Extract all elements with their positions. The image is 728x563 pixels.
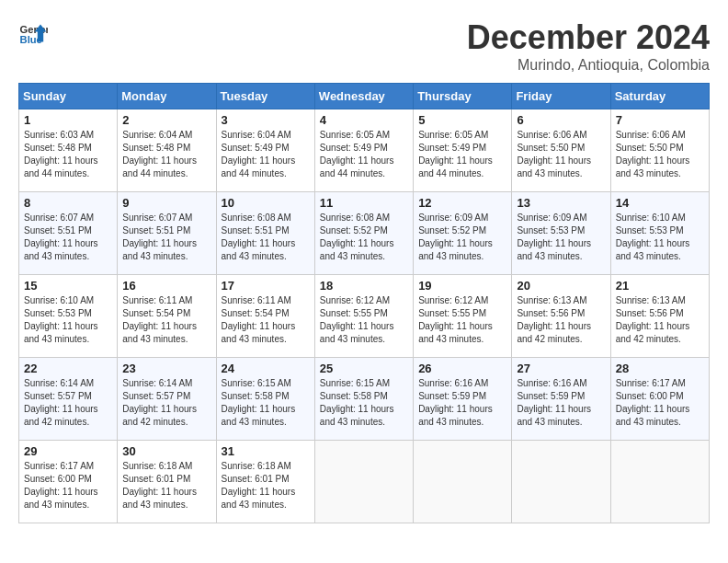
day-info: Sunrise: 6:05 AM Sunset: 5:49 PM Dayligh… [418, 129, 506, 180]
calendar-cell: 29 Sunrise: 6:17 AM Sunset: 6:00 PM Dayl… [19, 441, 118, 523]
day-info: Sunrise: 6:18 AM Sunset: 6:01 PM Dayligh… [122, 460, 210, 511]
calendar-cell [414, 441, 512, 523]
day-number: 2 [122, 113, 210, 127]
calendar-cell: 19 Sunrise: 6:12 AM Sunset: 5:55 PM Dayl… [414, 275, 512, 358]
day-info: Sunrise: 6:15 AM Sunset: 5:58 PM Dayligh… [320, 377, 408, 429]
day-number: 12 [418, 196, 506, 210]
calendar-cell: 28 Sunrise: 6:17 AM Sunset: 6:00 PM Dayl… [610, 358, 709, 441]
day-info: Sunrise: 6:08 AM Sunset: 5:51 PM Dayligh… [222, 212, 310, 263]
day-info: Sunrise: 6:13 AM Sunset: 5:56 PM Dayligh… [616, 294, 704, 346]
day-number: 23 [122, 362, 210, 375]
calendar-day-header: Wednesday [314, 84, 413, 109]
calendar-week-row: 8 Sunrise: 6:07 AM Sunset: 5:51 PM Dayli… [19, 192, 710, 275]
logo-icon: General Blue [18, 18, 48, 48]
day-number: 9 [122, 196, 210, 210]
month-title: December 2024 [467, 18, 710, 57]
day-info: Sunrise: 6:14 AM Sunset: 5:57 PM Dayligh… [122, 377, 210, 429]
day-number: 26 [418, 362, 506, 375]
calendar-cell: 27 Sunrise: 6:16 AM Sunset: 5:59 PM Dayl… [512, 358, 610, 441]
calendar-cell: 30 Sunrise: 6:18 AM Sunset: 6:01 PM Dayl… [118, 441, 216, 523]
location: Murindo, Antioquia, Colombia [467, 57, 710, 74]
calendar-cell: 22 Sunrise: 6:14 AM Sunset: 5:57 PM Dayl… [19, 358, 118, 441]
calendar-cell: 31 Sunrise: 6:18 AM Sunset: 6:01 PM Dayl… [216, 441, 314, 523]
calendar-day-header: Monday [118, 84, 216, 109]
day-number: 13 [517, 196, 605, 210]
day-number: 11 [320, 196, 408, 210]
day-number: 28 [616, 362, 704, 375]
calendar-day-header: Friday [512, 84, 610, 109]
calendar-week-row: 15 Sunrise: 6:10 AM Sunset: 5:53 PM Dayl… [19, 275, 710, 358]
calendar-cell: 13 Sunrise: 6:09 AM Sunset: 5:53 PM Dayl… [512, 192, 610, 275]
day-number: 24 [222, 362, 310, 375]
calendar-cell: 14 Sunrise: 6:10 AM Sunset: 5:53 PM Dayl… [610, 192, 709, 275]
day-number: 1 [24, 113, 112, 127]
calendar-cell: 6 Sunrise: 6:06 AM Sunset: 5:50 PM Dayli… [512, 109, 610, 192]
calendar-cell: 16 Sunrise: 6:11 AM Sunset: 5:54 PM Dayl… [118, 275, 216, 358]
calendar-cell: 26 Sunrise: 6:16 AM Sunset: 5:59 PM Dayl… [414, 358, 512, 441]
day-number: 21 [616, 279, 704, 293]
calendar-day-header: Tuesday [216, 84, 314, 109]
day-info: Sunrise: 6:03 AM Sunset: 5:48 PM Dayligh… [24, 129, 112, 180]
calendar-cell: 23 Sunrise: 6:14 AM Sunset: 5:57 PM Dayl… [118, 358, 216, 441]
day-number: 3 [222, 113, 310, 127]
day-info: Sunrise: 6:04 AM Sunset: 5:48 PM Dayligh… [122, 129, 210, 180]
day-info: Sunrise: 6:16 AM Sunset: 5:59 PM Dayligh… [418, 377, 506, 429]
calendar-day-header: Thursday [414, 84, 512, 109]
day-info: Sunrise: 6:07 AM Sunset: 5:51 PM Dayligh… [122, 212, 210, 263]
calendar-cell: 12 Sunrise: 6:09 AM Sunset: 5:52 PM Dayl… [414, 192, 512, 275]
day-info: Sunrise: 6:05 AM Sunset: 5:49 PM Dayligh… [320, 129, 408, 180]
day-number: 19 [418, 279, 506, 293]
calendar-cell: 18 Sunrise: 6:12 AM Sunset: 5:55 PM Dayl… [314, 275, 413, 358]
day-info: Sunrise: 6:07 AM Sunset: 5:51 PM Dayligh… [24, 212, 112, 263]
calendar-cell: 24 Sunrise: 6:15 AM Sunset: 5:58 PM Dayl… [216, 358, 314, 441]
calendar-cell: 9 Sunrise: 6:07 AM Sunset: 5:51 PM Dayli… [118, 192, 216, 275]
day-number: 4 [320, 113, 408, 127]
day-info: Sunrise: 6:16 AM Sunset: 5:59 PM Dayligh… [517, 377, 605, 429]
day-number: 15 [24, 279, 112, 293]
calendar-cell: 11 Sunrise: 6:08 AM Sunset: 5:52 PM Dayl… [314, 192, 413, 275]
calendar-cell: 3 Sunrise: 6:04 AM Sunset: 5:49 PM Dayli… [216, 109, 314, 192]
day-info: Sunrise: 6:06 AM Sunset: 5:50 PM Dayligh… [517, 129, 605, 180]
calendar-table: SundayMondayTuesdayWednesdayThursdayFrid… [18, 83, 710, 523]
day-info: Sunrise: 6:08 AM Sunset: 5:52 PM Dayligh… [320, 212, 408, 263]
day-number: 18 [320, 279, 408, 293]
day-number: 29 [24, 444, 112, 458]
calendar-cell [610, 441, 709, 523]
day-info: Sunrise: 6:14 AM Sunset: 5:57 PM Dayligh… [24, 377, 112, 429]
calendar-cell [512, 441, 610, 523]
day-number: 8 [24, 196, 112, 210]
calendar-cell: 8 Sunrise: 6:07 AM Sunset: 5:51 PM Dayli… [19, 192, 118, 275]
calendar-cell: 10 Sunrise: 6:08 AM Sunset: 5:51 PM Dayl… [216, 192, 314, 275]
day-info: Sunrise: 6:06 AM Sunset: 5:50 PM Dayligh… [616, 129, 704, 180]
calendar-cell: 5 Sunrise: 6:05 AM Sunset: 5:49 PM Dayli… [414, 109, 512, 192]
day-info: Sunrise: 6:17 AM Sunset: 6:00 PM Dayligh… [616, 377, 704, 429]
calendar-cell: 17 Sunrise: 6:11 AM Sunset: 5:54 PM Dayl… [216, 275, 314, 358]
day-number: 14 [616, 196, 704, 210]
page-header: General Blue December 2024 Murindo, Anti… [18, 18, 710, 74]
day-info: Sunrise: 6:15 AM Sunset: 5:58 PM Dayligh… [222, 377, 310, 429]
day-info: Sunrise: 6:11 AM Sunset: 5:54 PM Dayligh… [122, 294, 210, 346]
day-number: 22 [24, 362, 112, 375]
calendar-week-row: 29 Sunrise: 6:17 AM Sunset: 6:00 PM Dayl… [19, 441, 710, 523]
day-number: 17 [222, 279, 310, 293]
logo: General Blue [18, 18, 51, 48]
day-number: 31 [222, 444, 310, 458]
day-number: 27 [517, 362, 605, 375]
calendar-cell: 4 Sunrise: 6:05 AM Sunset: 5:49 PM Dayli… [314, 109, 413, 192]
calendar-cell: 25 Sunrise: 6:15 AM Sunset: 5:58 PM Dayl… [314, 358, 413, 441]
calendar-day-header: Saturday [610, 84, 709, 109]
calendar-week-row: 22 Sunrise: 6:14 AM Sunset: 5:57 PM Dayl… [19, 358, 710, 441]
day-info: Sunrise: 6:12 AM Sunset: 5:55 PM Dayligh… [418, 294, 506, 346]
calendar-day-header: Sunday [19, 84, 118, 109]
day-number: 7 [616, 113, 704, 127]
day-info: Sunrise: 6:04 AM Sunset: 5:49 PM Dayligh… [222, 129, 310, 180]
calendar-week-row: 1 Sunrise: 6:03 AM Sunset: 5:48 PM Dayli… [19, 109, 710, 192]
day-info: Sunrise: 6:10 AM Sunset: 5:53 PM Dayligh… [24, 294, 112, 346]
day-info: Sunrise: 6:09 AM Sunset: 5:52 PM Dayligh… [418, 212, 506, 263]
day-number: 5 [418, 113, 506, 127]
day-info: Sunrise: 6:11 AM Sunset: 5:54 PM Dayligh… [222, 294, 310, 346]
calendar-header-row: SundayMondayTuesdayWednesdayThursdayFrid… [19, 84, 710, 109]
day-info: Sunrise: 6:13 AM Sunset: 5:56 PM Dayligh… [517, 294, 605, 346]
calendar-cell: 7 Sunrise: 6:06 AM Sunset: 5:50 PM Dayli… [610, 109, 709, 192]
calendar-cell: 21 Sunrise: 6:13 AM Sunset: 5:56 PM Dayl… [610, 275, 709, 358]
